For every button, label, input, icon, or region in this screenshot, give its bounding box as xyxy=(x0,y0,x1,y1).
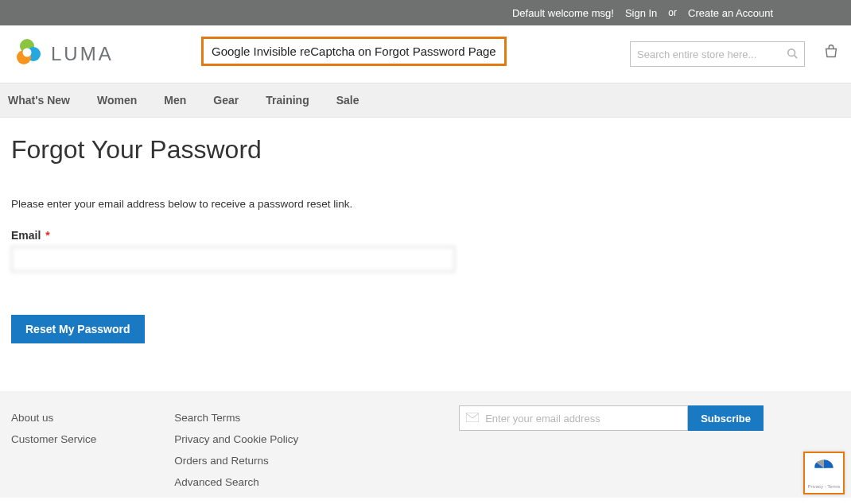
brand-name: LUMA xyxy=(51,43,114,65)
footer-col-2: Search Terms Privacy and Cookie Policy O… xyxy=(174,412,298,488)
main-nav: What's New Women Men Gear Training Sale xyxy=(0,83,851,118)
footer-about-us[interactable]: About us xyxy=(11,412,96,424)
search-box[interactable] xyxy=(630,41,805,67)
required-star: * xyxy=(45,229,49,242)
svg-point-4 xyxy=(788,48,795,56)
svg-point-3 xyxy=(23,48,32,57)
recaptcha-terms-text[interactable]: Privacy - Terms xyxy=(807,484,840,489)
instruction-text: Please enter your email address below to… xyxy=(11,198,840,210)
footer-orders-returns[interactable]: Orders and Returns xyxy=(174,455,298,467)
recaptcha-badge[interactable]: Privacy - Terms xyxy=(803,452,845,494)
newsletter-email-input[interactable] xyxy=(485,413,681,425)
email-label: Email * xyxy=(11,229,840,242)
search-icon[interactable] xyxy=(787,48,798,61)
nav-women[interactable]: Women xyxy=(97,94,137,107)
search-input[interactable] xyxy=(637,48,787,60)
recaptcha-icon xyxy=(813,458,835,483)
signin-link[interactable]: Sign In xyxy=(625,7,657,19)
welcome-text: Default welcome msg! xyxy=(512,7,614,19)
header-tools xyxy=(630,41,840,67)
nav-whats-new[interactable]: What's New xyxy=(8,94,70,107)
site-footer: About us Customer Service Search Terms P… xyxy=(0,391,851,498)
footer-privacy[interactable]: Privacy and Cookie Policy xyxy=(174,433,298,445)
annotation-callout: Google Invisible reCaptcha on Forgot Pas… xyxy=(201,37,507,66)
create-account-link[interactable]: Create an Account xyxy=(688,7,773,19)
envelope-icon xyxy=(466,412,479,425)
luma-logo-icon xyxy=(11,37,43,72)
footer-col-1: About us Customer Service xyxy=(11,412,96,488)
nav-sale[interactable]: Sale xyxy=(336,94,359,107)
footer-customer-service[interactable]: Customer Service xyxy=(11,433,96,445)
nav-gear[interactable]: Gear xyxy=(213,94,239,107)
newsletter-form: Subscribe xyxy=(459,405,764,431)
logo[interactable]: LUMA xyxy=(11,37,114,72)
reset-password-button[interactable]: Reset My Password xyxy=(11,315,145,343)
nav-men[interactable]: Men xyxy=(164,94,186,107)
cart-icon[interactable] xyxy=(822,44,840,65)
email-label-text: Email xyxy=(11,229,41,242)
page-title: Forgot Your Password xyxy=(11,135,840,165)
nav-training[interactable]: Training xyxy=(266,94,309,107)
main-content: Forgot Your Password Please enter your e… xyxy=(0,118,851,391)
top-utility-bar: Default welcome msg! Sign In or Create a… xyxy=(0,0,851,25)
divider-text: or xyxy=(668,7,677,18)
site-header: LUMA Google Invisible reCaptcha on Forgo… xyxy=(0,25,851,83)
newsletter-input-wrap[interactable] xyxy=(459,405,688,431)
footer-search-terms[interactable]: Search Terms xyxy=(174,412,298,424)
subscribe-button[interactable]: Subscribe xyxy=(688,405,764,431)
footer-advanced-search[interactable]: Advanced Search xyxy=(174,476,298,488)
svg-line-5 xyxy=(795,55,798,58)
email-field[interactable] xyxy=(11,246,455,272)
